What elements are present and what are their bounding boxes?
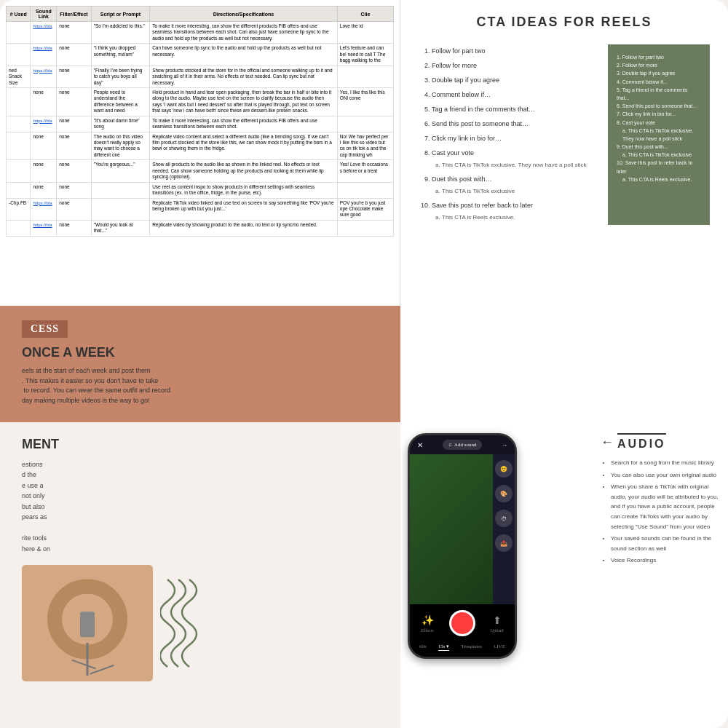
phone-mockup: ✕ ♫ Add sound → 😊 [408, 433, 517, 659]
effects-control[interactable]: ✨ Effects [422, 614, 434, 633]
list-item: Tag a friend in the comments that… [432, 103, 597, 116]
audio-item: When you share a TikTok with original au… [611, 482, 721, 531]
cta-area: CTA IDEAS FOR REELS Follow for part two … [400, 0, 728, 306]
table-row: none none The audio on this video doesn'… [7, 132, 394, 160]
cell-directions: To make it more interesting, can show th… [150, 22, 338, 44]
upload-control[interactable]: ⬆ Upload [491, 614, 504, 633]
close-icon[interactable]: ✕ [417, 441, 423, 449]
tab-60s[interactable]: 60s [419, 644, 427, 651]
audio-title: AUDIO [617, 433, 666, 451]
list-item: Click my link in bio for… [432, 132, 597, 145]
cell-filter: none [57, 116, 92, 132]
list-item: Follow for more [432, 59, 597, 72]
add-sound-button[interactable]: ♫ Add sound [443, 440, 483, 450]
list-item: Send this post to someone that… [432, 117, 597, 130]
list-item: Duet this post with… This CTA is TikTok … [432, 173, 597, 197]
list-item: Follow for part two [432, 44, 597, 58]
audio-item: You can also use your own original audio [611, 470, 721, 480]
equipment-text: estionsd thee use anot onlybut alsopears… [22, 459, 379, 522]
equipment-photo [22, 565, 153, 681]
cell-sound: https://bla [31, 116, 57, 132]
list-item: Double tap if you agree [432, 74, 597, 87]
cell-sound: https://bla [31, 220, 57, 236]
post-icon[interactable]: 📤 [495, 534, 513, 552]
table-row: https://bla none "Would you look at that… [7, 220, 394, 236]
phone-top-bar: ✕ ♫ Add sound → [410, 435, 515, 454]
audio-list: Search for a song from the music library… [601, 458, 721, 566]
table-row: none none Use reel as content inspo to s… [7, 182, 394, 198]
cell-filter: none [57, 44, 92, 66]
batch-title: ONCE A WEEK [22, 345, 379, 360]
tab-templates[interactable]: Templates [461, 644, 482, 651]
cell-sound: https://bla [31, 66, 57, 87]
process-section: CESS ONCE A WEEK eels at the start of ea… [0, 306, 400, 422]
cta-sub-list: This CTA is TikTok exclusive [432, 186, 597, 197]
cell-clip: Love the id [337, 22, 393, 44]
phone-body: 😊 🎨 ⏱ 📤 [410, 454, 515, 604]
cell-clip: Yes, I like tha like this ONl come [337, 87, 393, 116]
phone-bottom: ✨ Effects ⬆ Upload 60s 15s ▾ [410, 604, 515, 657]
cell-used [7, 132, 31, 160]
cell-sound: none [31, 87, 57, 116]
audio-item: Your saved sounds can be found in the so… [611, 534, 721, 553]
cell-script: "Would you look at that..." [91, 220, 149, 236]
process-tag: CESS [22, 320, 68, 338]
cell-directions: Replicate video content and select a dif… [150, 132, 338, 160]
add-sound-label: Add sound [454, 442, 477, 448]
col-header-directions: Directions/Specifications [150, 7, 338, 22]
left-arrow-icon: ← [601, 435, 614, 450]
phone-audio-section: ✕ ♫ Add sound → 😊 [400, 422, 728, 728]
cell-script: "You're gorgeous..." [91, 160, 149, 182]
cell-script: "Finally I've been trying to catch you b… [91, 66, 149, 87]
phone-main-area [410, 454, 493, 604]
equipment-section: MENT estionsd thee use anot onlybut also… [0, 422, 400, 728]
table-row: https://bla none "So I'm addicted to thi… [7, 22, 394, 44]
phone-screen: ✕ ♫ Add sound → 😊 [410, 435, 515, 657]
cell-directions: Replicate video by showing product to th… [150, 220, 338, 236]
timer-icon[interactable]: ⏱ [495, 510, 513, 527]
record-button[interactable] [449, 610, 475, 636]
filters-icon[interactable]: 🎨 [495, 485, 513, 502]
cell-used: ned Snack Size [7, 66, 31, 87]
cell-used [7, 160, 31, 182]
cell-filter: none [57, 182, 92, 198]
equipment-title: MENT [22, 437, 379, 452]
top-section: # Used Sound Link Filter/Effect Script o… [0, 0, 728, 306]
cell-used [7, 220, 31, 236]
col-header-used: # Used [7, 7, 31, 22]
audio-section: ← AUDIO Search for a song from the music… [601, 433, 721, 568]
phone-sidebar: 😊 🎨 ⏱ 📤 [493, 454, 515, 604]
cell-script: "I think you dropped something, ma'am" [91, 44, 149, 66]
cell-used [7, 87, 31, 116]
cta-content: Follow for part two Follow for more Doub… [419, 44, 710, 225]
col-header-script: Script or Prompt [91, 7, 149, 22]
cell-filter: none [57, 66, 92, 87]
audio-title-row: ← AUDIO [601, 433, 721, 451]
cell-directions: Show products stocked at the store for i… [150, 66, 338, 87]
table-row: none none "You're gorgeous..." Show all … [7, 160, 394, 182]
list-item: Cast your vote This CTA is TikTok exclus… [432, 146, 597, 171]
middle-section: CESS ONCE A WEEK eels at the start of ea… [0, 306, 728, 422]
cell-sound: https://bla [31, 22, 57, 44]
batch-text: eels at the start of each week and post … [22, 366, 379, 405]
spreadsheet-table: # Used Sound Link Filter/Effect Script o… [6, 6, 394, 237]
cell-filter: none [57, 220, 92, 236]
tools-text: rite toolshere & on [22, 533, 379, 554]
cell-script [91, 198, 149, 220]
cell-directions: To make it more interesting, can show th… [150, 116, 338, 132]
audio-item: Search for a song from the music library [611, 458, 721, 468]
cell-clip [337, 116, 393, 132]
tab-15s[interactable]: 15s ▾ [438, 644, 449, 651]
table-row: none none People need to understand the … [7, 87, 394, 116]
cell-clip: Yes! Love th occasions s before or a tre… [337, 160, 393, 182]
cell-sound: https://bla [31, 198, 57, 220]
cell-used [7, 44, 31, 66]
cell-script: People need to understand the difference… [91, 87, 149, 116]
cell-used: -Chp.FB [7, 198, 31, 220]
tab-live[interactable]: LIVE [494, 644, 505, 651]
cell-sound: https://bla [31, 44, 57, 66]
table-row: https://bla none "I think you dropped so… [7, 44, 394, 66]
cta-green-box: 1. Follow for part two 2. Follow for mor… [608, 44, 710, 225]
sub-list-item: This CTA is TikTok exclusive [442, 186, 597, 197]
beauty-icon[interactable]: 😊 [495, 460, 513, 478]
